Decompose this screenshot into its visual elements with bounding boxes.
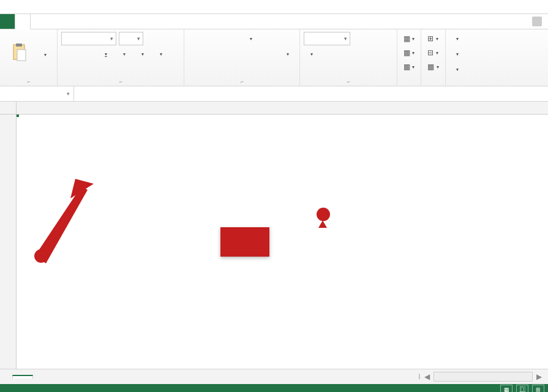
font-color-button[interactable]: ▾ <box>153 47 169 61</box>
hscroll-left[interactable]: ◀ <box>424 372 430 381</box>
paste-button[interactable] <box>4 32 36 75</box>
name-box[interactable]: ▾ <box>0 86 74 101</box>
chevron-down-icon: ▾ <box>67 91 70 97</box>
group-number: ▾ ▾ ⌐ <box>300 29 397 86</box>
cell-styles-icon: ▦ <box>403 62 410 71</box>
fill-button[interactable]: ▾ <box>449 47 465 61</box>
copy-button[interactable]: ▾ <box>37 48 53 61</box>
tab-view[interactable] <box>110 13 126 29</box>
annotation-pointer-2 <box>318 221 327 228</box>
hscroll-right[interactable]: ▶ <box>536 372 542 381</box>
tab-page-layout[interactable] <box>47 13 62 29</box>
bold-button[interactable] <box>61 47 77 61</box>
user-account[interactable] <box>521 14 548 29</box>
format-as-table-button[interactable]: ▦ ▾ <box>401 46 417 59</box>
shrink-font-button[interactable] <box>164 32 180 45</box>
italic-button[interactable] <box>80 47 96 61</box>
format-painter-button[interactable] <box>37 64 53 77</box>
copied-cell-marquee <box>17 115 19 117</box>
comma-style-button[interactable] <box>340 47 356 61</box>
qat-save[interactable] <box>16 2 26 12</box>
svg-rect-1 <box>16 43 22 47</box>
align-right-button[interactable] <box>225 47 241 61</box>
number-format-combo[interactable]: ▾ <box>304 32 350 45</box>
cond-icon: ▦ <box>403 34 410 43</box>
cell-styles-button[interactable]: ▦ ▾ <box>401 60 417 74</box>
decrease-decimal-button[interactable] <box>377 47 393 61</box>
table-icon: ▦ <box>403 48 410 57</box>
delete-icon: ⊟ <box>427 48 434 57</box>
view-page-layout[interactable]: ⿴ <box>516 385 528 392</box>
view-page-break[interactable]: ⊞ <box>532 385 544 392</box>
qat-more[interactable] <box>97 2 107 12</box>
launcher-icon[interactable]: ⌐ <box>28 78 31 85</box>
app-icon <box>2 2 12 12</box>
clear-button[interactable]: ▾ <box>449 62 465 76</box>
merge-button[interactable]: ▾ <box>280 47 296 61</box>
underline-button[interactable]: ▾ <box>98 47 114 61</box>
sort-filter-button[interactable] <box>468 32 484 45</box>
qat-touch[interactable] <box>56 2 66 12</box>
delete-cells-button[interactable]: ⊟ ▾ <box>425 46 440 59</box>
paste-icon <box>10 43 29 62</box>
decrease-indent-button[interactable] <box>243 47 259 61</box>
cut-button[interactable] <box>37 32 53 45</box>
format-cells-button[interactable]: ▦ ▾ <box>425 60 441 74</box>
launcher-icon[interactable]: ⌐ <box>241 78 244 85</box>
svg-rect-2 <box>17 50 26 61</box>
hscroll-track[interactable] <box>434 372 533 382</box>
qat-redo[interactable] <box>43 2 53 12</box>
sheet-tab-1[interactable] <box>12 375 33 379</box>
group-font: ▾ ▾ ▾ ▾ ▾ ▾ ⌐ <box>58 29 184 86</box>
tab-home[interactable] <box>15 13 31 29</box>
group-editing: ▾ ▾ ▾ <box>446 29 487 86</box>
increase-decimal-button[interactable] <box>359 47 375 61</box>
tab-review[interactable] <box>94 13 110 29</box>
group-alignment: ▾ ▾ ⌐ <box>184 29 300 86</box>
tab-insert[interactable] <box>31 13 47 29</box>
insert-icon: ⊞ <box>427 34 434 43</box>
new-sheet-button[interactable] <box>37 371 51 383</box>
tab-data[interactable] <box>78 13 94 29</box>
align-middle-button[interactable] <box>206 32 222 45</box>
tab-file[interactable] <box>0 14 15 29</box>
wrap-text-button[interactable] <box>261 32 277 45</box>
align-bottom-button[interactable] <box>225 32 241 45</box>
grow-font-button[interactable] <box>146 32 162 45</box>
qat-sort-za[interactable] <box>83 2 93 12</box>
percent-button[interactable] <box>322 47 338 61</box>
find-select-button[interactable] <box>468 47 484 61</box>
autosum-button[interactable]: ▾ <box>449 32 465 45</box>
qat-sort-az[interactable] <box>70 2 80 12</box>
qat-undo[interactable] <box>29 2 39 12</box>
orientation-button[interactable]: ▾ <box>243 32 259 45</box>
group-clipboard: ▾ ⌐ <box>0 29 58 86</box>
annotation-callout <box>220 227 269 257</box>
font-size-combo[interactable]: ▾ <box>119 32 143 45</box>
user-avatar <box>532 17 542 26</box>
annotation-badge-1 <box>34 249 48 263</box>
view-normal[interactable]: ▦ <box>500 385 512 392</box>
group-cells: ⊞ ▾ ⊟ ▾ ▦ ▾ <box>421 29 445 86</box>
launcher-icon[interactable]: ⌐ <box>347 78 350 85</box>
font-family-combo[interactable]: ▾ <box>61 32 116 45</box>
align-center-button[interactable] <box>206 47 222 61</box>
group-styles: ▦ ▾ ▦ ▾ ▦ ▾ <box>397 29 421 86</box>
borders-button[interactable]: ▾ <box>116 47 132 61</box>
launcher-icon[interactable]: ⌐ <box>119 78 122 85</box>
conditional-formatting-button[interactable]: ▦ ▾ <box>401 32 417 45</box>
increase-indent-button[interactable] <box>261 47 277 61</box>
insert-cells-button[interactable]: ⊞ ▾ <box>425 32 440 45</box>
select-all-triangle[interactable] <box>0 102 17 114</box>
fill-color-button[interactable]: ▾ <box>135 47 151 61</box>
currency-button[interactable]: ▾ <box>304 47 320 61</box>
align-top-button[interactable] <box>188 32 204 45</box>
tab-formulas[interactable] <box>62 13 78 29</box>
align-left-button[interactable] <box>188 47 204 61</box>
format-icon: ▦ <box>427 62 434 71</box>
annotation-badge-2 <box>317 208 330 221</box>
